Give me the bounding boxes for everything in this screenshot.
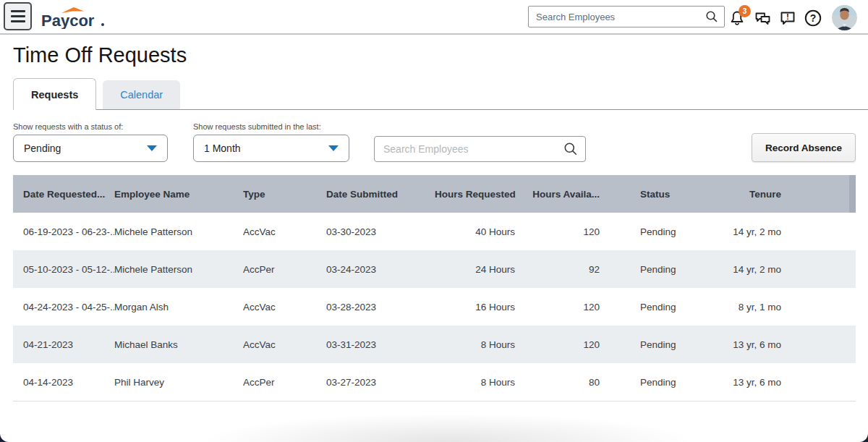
hamburger-icon bbox=[11, 20, 25, 22]
cell: 04-24-2023 - 04-25-... bbox=[13, 302, 114, 313]
tab-bar: Requests Calendar bbox=[13, 78, 868, 110]
cell: Morgan Alsh bbox=[114, 302, 243, 313]
search-icon bbox=[705, 10, 718, 23]
svg-text:!: ! bbox=[786, 12, 789, 21]
cell: 8 Hours bbox=[435, 339, 518, 350]
hamburger-menu-button[interactable] bbox=[4, 2, 32, 30]
cell: 06-19-2023 - 06-23-... bbox=[13, 226, 114, 237]
table-bottom-divider bbox=[13, 401, 856, 401]
header-cell-2[interactable]: Type bbox=[243, 189, 326, 200]
header-cell-6[interactable]: Status bbox=[603, 189, 689, 200]
table-row[interactable]: 06-19-2023 - 06-23-...Michele PattersonA… bbox=[13, 213, 856, 250]
period-filter-value: 1 Month bbox=[204, 143, 241, 154]
cell: 120 bbox=[518, 339, 603, 350]
cell: 14 yr, 2 mo bbox=[689, 226, 856, 237]
help-icon: ? bbox=[804, 9, 822, 27]
cell: 14 yr, 2 mo bbox=[689, 264, 856, 275]
cell: Pending bbox=[603, 302, 689, 313]
cell: 80 bbox=[518, 377, 603, 388]
header-cell-5[interactable]: Hours Availa... bbox=[518, 189, 603, 200]
svg-text:?: ? bbox=[810, 12, 817, 24]
period-filter-label: Show requests submitted in the last: bbox=[193, 122, 349, 131]
notification-badge: 3 bbox=[739, 5, 751, 17]
period-filter-group: Show requests submitted in the last: 1 M… bbox=[193, 122, 349, 162]
cell: Pending bbox=[603, 339, 689, 350]
employee-search-input[interactable] bbox=[535, 11, 705, 23]
chevron-down-icon bbox=[328, 145, 339, 151]
hamburger-icon bbox=[11, 10, 25, 12]
cell: Michele Patterson bbox=[114, 226, 243, 237]
status-filter-dropdown[interactable]: Pending bbox=[13, 135, 168, 162]
record-absence-button[interactable]: Record Absence bbox=[752, 133, 856, 162]
chat-icon bbox=[754, 9, 772, 27]
help-button[interactable]: ? bbox=[804, 7, 822, 30]
header-cell-4[interactable]: Hours Requested bbox=[435, 189, 518, 200]
cell: Michele Patterson bbox=[114, 264, 243, 275]
table-search-box bbox=[374, 136, 586, 162]
topbar-search-box bbox=[528, 6, 725, 27]
status-filter-value: Pending bbox=[24, 143, 61, 154]
cell: 120 bbox=[518, 302, 603, 313]
cell: 40 Hours bbox=[435, 226, 518, 237]
chevron-down-icon bbox=[147, 145, 157, 151]
cell: 03-24-2023 bbox=[326, 264, 435, 275]
page-title: Time Off Requests bbox=[0, 35, 868, 67]
cell: Pending bbox=[603, 226, 689, 237]
cell: Michael Banks bbox=[114, 339, 243, 350]
table-row[interactable]: 04-14-2023Phil HarveyAccPer03-27-20238 H… bbox=[13, 363, 856, 401]
app-window: Paycor 3 bbox=[0, 0, 868, 442]
table-header-row: Date Requested...Employee NameTypeDate S… bbox=[13, 175, 856, 213]
paycor-logo[interactable]: Paycor bbox=[41, 6, 108, 29]
cell: 13 yr, 6 mo bbox=[689, 377, 856, 388]
header-cell-0[interactable]: Date Requested... bbox=[13, 189, 114, 200]
table-row[interactable]: 05-10-2023 - 05-12-...Michele PattersonA… bbox=[13, 250, 856, 288]
header-cell-1[interactable]: Employee Name bbox=[114, 189, 243, 200]
cell: 24 Hours bbox=[435, 264, 518, 275]
tab-calendar[interactable]: Calendar bbox=[103, 80, 180, 109]
cell: 8 yr, 1 mo bbox=[689, 302, 856, 313]
cell: 03-31-2023 bbox=[326, 339, 435, 350]
cell: 03-28-2023 bbox=[326, 302, 435, 313]
logo-dot bbox=[101, 23, 104, 26]
feedback-icon: ! bbox=[779, 9, 796, 27]
filters-row: Show requests with a status of: Pending … bbox=[13, 122, 856, 162]
scrollbar-corner bbox=[849, 175, 856, 213]
cell: AccVac bbox=[243, 339, 326, 350]
topbar-icons: 3 ! ? bbox=[728, 5, 857, 30]
table-row[interactable]: 04-24-2023 - 04-25-...Morgan AlshAccVac0… bbox=[13, 288, 856, 326]
cell: Phil Harvey bbox=[114, 377, 243, 388]
cell: 16 Hours bbox=[435, 302, 518, 313]
period-filter-dropdown[interactable]: 1 Month bbox=[193, 135, 349, 162]
tab-requests[interactable]: Requests bbox=[13, 78, 96, 110]
bottom-shadow bbox=[137, 402, 760, 442]
cell: AccPer bbox=[243, 377, 326, 388]
header-cell-3[interactable]: Date Submitted bbox=[326, 189, 435, 200]
cell: 05-10-2023 - 05-12-... bbox=[13, 264, 114, 275]
status-filter-label: Show requests with a status of: bbox=[13, 122, 168, 131]
cell: AccPer bbox=[243, 264, 326, 275]
status-filter-group: Show requests with a status of: Pending bbox=[13, 122, 168, 162]
header-cell-7[interactable]: Tenure bbox=[689, 189, 856, 200]
hamburger-icon bbox=[11, 15, 25, 17]
cell: Pending bbox=[603, 377, 689, 388]
table-row[interactable]: 04-21-2023Michael BanksAccVac03-31-20238… bbox=[13, 326, 856, 363]
table-body: 06-19-2023 - 06-23-...Michele PattersonA… bbox=[13, 213, 856, 401]
table-search-input[interactable] bbox=[382, 143, 563, 156]
cell: 8 Hours bbox=[435, 377, 518, 388]
cell: 92 bbox=[518, 264, 603, 275]
requests-table: Date Requested...Employee NameTypeDate S… bbox=[13, 175, 856, 401]
cell: 120 bbox=[518, 226, 603, 237]
cell: 04-21-2023 bbox=[13, 339, 114, 350]
messages-button[interactable] bbox=[753, 7, 772, 30]
cell: Pending bbox=[603, 264, 689, 275]
feedback-button[interactable]: ! bbox=[778, 7, 797, 30]
cell: 04-14-2023 bbox=[13, 377, 114, 388]
cell: 03-27-2023 bbox=[326, 377, 435, 388]
cell: 03-30-2023 bbox=[326, 226, 435, 237]
brand-text: Paycor bbox=[41, 12, 95, 29]
cell: 13 yr, 6 mo bbox=[689, 339, 856, 350]
search-icon bbox=[563, 142, 578, 156]
cell: AccVac bbox=[243, 226, 326, 237]
notifications-button[interactable]: 3 bbox=[728, 7, 746, 30]
user-avatar[interactable] bbox=[832, 5, 857, 30]
